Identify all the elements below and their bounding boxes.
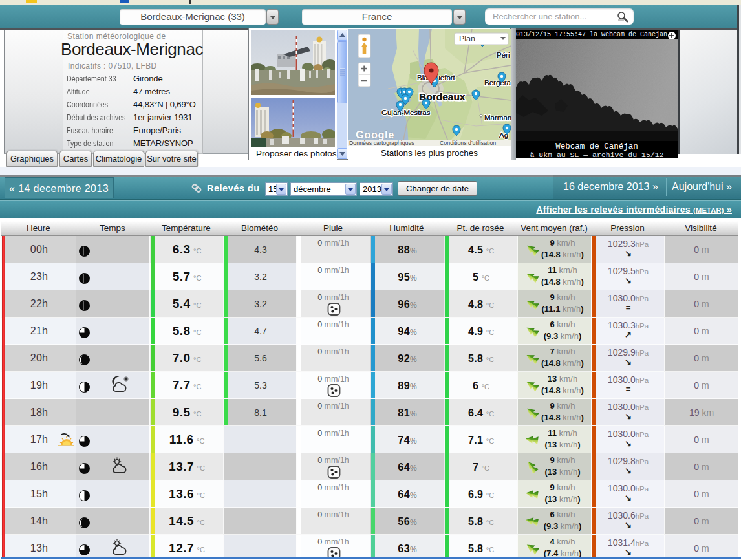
svg-text:Conditions d'utilisation: Conditions d'utilisation [440, 140, 496, 146]
svg-text:Gujan-Mestras: Gujan-Mestras [381, 109, 431, 116]
svg-text:Marmand: Marmand [484, 114, 511, 122]
svg-text:Péri: Péri [497, 51, 510, 59]
svg-text:Google: Google [356, 129, 394, 140]
svg-text:Données cartographiques: Données cartographiques [349, 140, 414, 146]
svg-text:Plan: Plan [459, 34, 475, 43]
svg-text:Bergera: Bergera [484, 79, 511, 87]
